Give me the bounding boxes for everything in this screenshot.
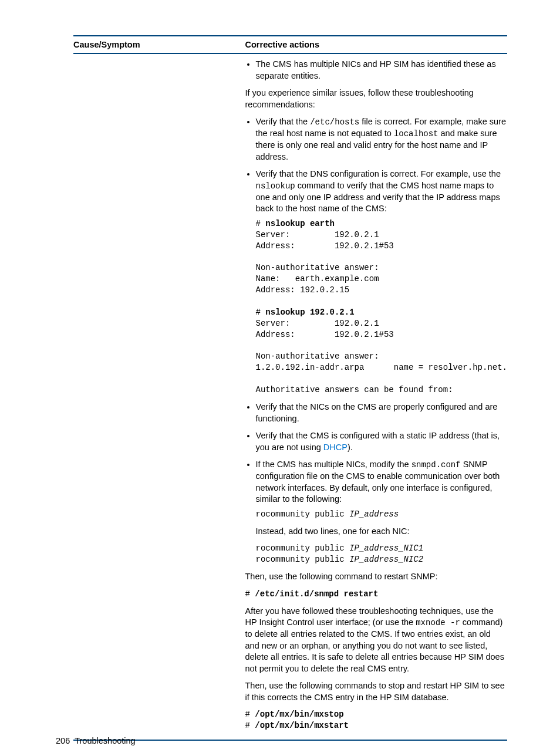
code-output: Server: 192.0.2.1 Address: 192.0.2.1#53 … <box>256 230 394 295</box>
list-item: Verify that the DNS configuration is cor… <box>256 168 507 396</box>
text: ). <box>348 443 353 452</box>
after-trouble-para: After you have followed these troublesho… <box>245 606 507 675</box>
code-text: # <box>256 219 266 228</box>
code-inline: nslookup <box>256 181 295 191</box>
code-command: /opt/mx/bin/mxstart <box>255 721 349 730</box>
code-text: rocommunity public <box>256 555 350 564</box>
list-item: Verify that the /etc/hosts file is corre… <box>256 116 507 163</box>
text: Verify that the <box>256 117 311 126</box>
code-command: /opt/mx/bin/mxstop <box>255 710 343 719</box>
page-footer: 206Troubleshooting <box>56 736 136 745</box>
stop-restart-para: Then, use the following commands to stop… <box>245 680 507 703</box>
bullet-list-main: Verify that the /etc/hosts file is corre… <box>245 116 507 565</box>
restart-snmp-para: Then, use the following command to resta… <box>245 571 507 583</box>
table-header-row: Cause/Symptom Corrective actions <box>73 36 507 53</box>
troubleshooting-table: Cause/Symptom Corrective actions The CMS… <box>73 35 507 741</box>
code-var: IP_address_NIC2 <box>349 555 423 564</box>
code-output: Server: 192.0.2.1 Address: 192.0.2.1#53 … <box>256 319 507 394</box>
list-item: The CMS has multiple NICs and HP SIM has… <box>256 59 507 82</box>
code-inline: mxnode -r <box>416 618 460 627</box>
list-item: If the CMS has multiple NICs, modify the… <box>256 459 507 565</box>
text: Verify that the CMS is configured with a… <box>256 431 500 452</box>
code-text: # <box>245 721 255 730</box>
document-page: Cause/Symptom Corrective actions The CMS… <box>0 0 560 746</box>
actions-cell: The CMS has multiple NICs and HP SIM has… <box>245 53 507 740</box>
code-block: rocommunity public IP_address <box>256 509 507 520</box>
dhcp-link[interactable]: DHCP <box>323 443 348 452</box>
code-block: # /opt/mx/bin/mxstop # /opt/mx/bin/mxsta… <box>245 709 507 731</box>
code-text: # <box>256 308 266 317</box>
code-inline: /etc/hosts <box>310 117 359 127</box>
cause-cell <box>73 53 245 740</box>
text: If the CMS has multiple NICs, modify the <box>256 460 411 469</box>
page-number: 206 <box>56 736 70 745</box>
code-command: nslookup earth <box>265 219 335 228</box>
text: Verify that the DNS configuration is cor… <box>256 169 501 178</box>
snmp-instead-para: Instead, add two lines, one for each NIC… <box>256 526 507 538</box>
code-var: IP_address <box>349 509 399 519</box>
table-row: The CMS has multiple NICs and HP SIM has… <box>73 53 507 740</box>
code-text: # <box>245 589 255 599</box>
code-block: rocommunity public IP_address_NIC1 rocom… <box>256 543 507 565</box>
code-text: # <box>245 710 255 719</box>
bullet-list-top: The CMS has multiple NICs and HP SIM has… <box>245 59 507 82</box>
section-title: Troubleshooting <box>75 736 135 745</box>
code-var: IP_address_NIC1 <box>349 544 423 553</box>
code-command: nslookup 192.0.2.1 <box>265 308 354 317</box>
code-text: rocommunity public <box>256 544 350 553</box>
code-block: # nslookup earth Server: 192.0.2.1 Addre… <box>256 218 507 396</box>
code-inline: localhost <box>394 129 438 139</box>
list-item: Verify that the CMS is configured with a… <box>256 430 507 453</box>
code-block: # /etc/init.d/snmpd restart <box>245 589 507 600</box>
code-command: /etc/init.d/snmpd restart <box>255 589 378 599</box>
code-text: rocommunity public <box>256 509 350 519</box>
col-corrective-actions: Corrective actions <box>245 36 507 53</box>
intro-para: If you experience similar issues, follow… <box>245 87 507 110</box>
code-inline: snmpd.conf <box>411 460 461 470</box>
list-item: Verify that the NICs on the CMS are prop… <box>256 401 507 424</box>
col-cause-symptom: Cause/Symptom <box>73 36 245 53</box>
